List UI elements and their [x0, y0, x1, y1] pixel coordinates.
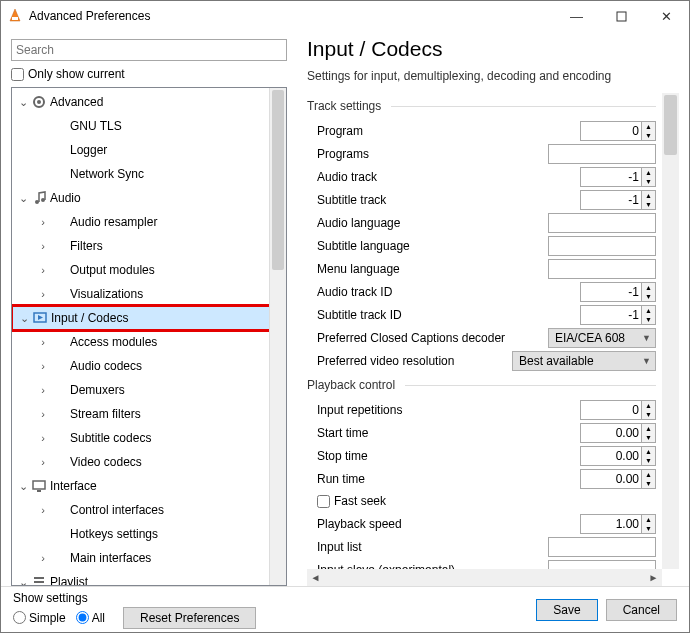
field-row: Preferred Closed Captions decoderEIA/CEA… [307, 326, 656, 349]
form-scrollbar-horizontal[interactable]: ◄► [307, 569, 662, 586]
number-input[interactable] [580, 469, 642, 489]
field-label: Audio track [307, 170, 546, 184]
tree-item[interactable]: ›Access modules [12, 330, 286, 354]
text-input[interactable] [548, 537, 656, 557]
spinner-buttons[interactable]: ▲▼ [642, 305, 656, 325]
chevron-right-icon[interactable]: › [36, 384, 50, 396]
radio-all[interactable]: All [76, 611, 105, 625]
tree-item[interactable]: ›Stream filters [12, 402, 286, 426]
number-input[interactable] [580, 167, 642, 187]
number-input[interactable] [580, 121, 642, 141]
chevron-down-icon[interactable]: ⌄ [17, 312, 31, 325]
tree-item[interactable]: ▸Network Sync [12, 162, 286, 186]
number-input[interactable] [580, 446, 642, 466]
chevron-right-icon[interactable]: › [36, 360, 50, 372]
combobox[interactable]: Best available▼ [512, 351, 656, 371]
chevron-right-icon[interactable]: › [36, 264, 50, 276]
spinner-buttons[interactable]: ▲▼ [642, 400, 656, 420]
combobox[interactable]: EIA/CEA 608▼ [548, 328, 656, 348]
only-show-current-checkbox[interactable] [11, 68, 24, 81]
tree-item[interactable]: ▸GNU TLS [12, 114, 286, 138]
preferences-tree[interactable]: ⌄Advanced▸GNU TLS▸Logger▸Network Sync⌄Au… [12, 88, 286, 586]
maximize-button[interactable] [599, 1, 644, 31]
svg-rect-1 [12, 17, 18, 20]
cancel-button[interactable]: Cancel [606, 599, 677, 621]
chevron-right-icon[interactable]: › [36, 408, 50, 420]
tree-item[interactable]: ›Control interfaces [12, 498, 286, 522]
chevron-right-icon[interactable]: › [36, 288, 50, 300]
text-input[interactable] [548, 144, 656, 164]
chevron-right-icon[interactable]: › [36, 504, 50, 516]
spinner-buttons[interactable]: ▲▼ [642, 121, 656, 141]
sidebar: Only show current ⌄Advanced▸GNU TLS▸Logg… [1, 31, 293, 586]
chevron-down-icon[interactable]: ⌄ [16, 192, 30, 205]
tree-item-label: Subtitle codecs [70, 431, 151, 445]
spinner-buttons[interactable]: ▲▼ [642, 190, 656, 210]
field-label: Subtitle track [307, 193, 546, 207]
tree-item-label: Audio [50, 191, 81, 205]
chevron-down-icon[interactable]: ⌄ [16, 576, 30, 587]
tree-item[interactable]: ›Output modules [12, 258, 286, 282]
tree-scrollbar[interactable] [269, 88, 286, 585]
tree-item[interactable]: ›Filters [12, 234, 286, 258]
number-input[interactable] [580, 190, 642, 210]
chevron-down-icon[interactable]: ⌄ [16, 96, 30, 109]
form-scrollbar-vertical[interactable] [662, 93, 679, 569]
tree-item-label: Stream filters [70, 407, 141, 421]
chevron-down-icon[interactable]: ⌄ [16, 480, 30, 493]
number-input[interactable] [580, 305, 642, 325]
save-button[interactable]: Save [536, 599, 597, 621]
tree-item-label: Advanced [50, 95, 103, 109]
tree-item[interactable]: ▸Hotkeys settings [12, 522, 286, 546]
tree-item[interactable]: ›Video codecs [12, 450, 286, 474]
close-button[interactable]: ✕ [644, 1, 689, 31]
radio-simple[interactable]: Simple [13, 611, 66, 625]
spinner-buttons[interactable]: ▲▼ [642, 167, 656, 187]
spinner-buttons[interactable]: ▲▼ [642, 282, 656, 302]
number-input[interactable] [580, 514, 642, 534]
number-input[interactable] [580, 423, 642, 443]
minimize-button[interactable]: — [554, 1, 599, 31]
reset-preferences-button[interactable]: Reset Preferences [123, 607, 256, 629]
tree-item[interactable]: ⌄Audio [12, 186, 286, 210]
tree-item[interactable]: ›Subtitle codecs [12, 426, 286, 450]
field-label: Stop time [307, 449, 546, 463]
tree-item[interactable]: ▸Logger [12, 138, 286, 162]
tree-item[interactable]: ›Main interfaces [12, 546, 286, 570]
spinner-buttons[interactable]: ▲▼ [642, 514, 656, 534]
field-row: Subtitle track▲▼ [307, 188, 656, 211]
number-input[interactable] [580, 400, 642, 420]
field-label: Preferred Closed Captions decoder [307, 331, 546, 345]
tree-item[interactable]: ⌄Playlist [12, 570, 286, 586]
only-show-current[interactable]: Only show current [11, 65, 287, 83]
tree-item[interactable]: ⌄Advanced [12, 90, 286, 114]
spinner-buttons[interactable]: ▲▼ [642, 423, 656, 443]
chevron-right-icon[interactable]: › [36, 552, 50, 564]
field-label: Preferred video resolution [307, 354, 510, 368]
chevron-right-icon[interactable]: › [36, 456, 50, 468]
text-input[interactable] [548, 259, 656, 279]
spinner-buttons[interactable]: ▲▼ [642, 469, 656, 489]
field-label: Run time [307, 472, 546, 486]
tree-item-label: Demuxers [70, 383, 125, 397]
checkbox[interactable] [317, 495, 330, 508]
chevron-right-icon[interactable]: › [36, 336, 50, 348]
tree-item[interactable]: ⌄Input / Codecs [12, 306, 286, 330]
number-input[interactable] [580, 282, 642, 302]
field-fast-seek[interactable]: Fast seek [307, 490, 656, 512]
field-row: Stop time▲▼ [307, 444, 656, 467]
tree-item[interactable]: ›Audio resampler [12, 210, 286, 234]
spinner-buttons[interactable]: ▲▼ [642, 446, 656, 466]
chevron-right-icon[interactable]: › [36, 432, 50, 444]
chevron-right-icon[interactable]: › [36, 216, 50, 228]
text-input[interactable] [548, 236, 656, 256]
tree-item[interactable]: ›Visualizations [12, 282, 286, 306]
tree-item[interactable]: ⌄Interface [12, 474, 286, 498]
tree-item[interactable]: ›Audio codecs [12, 354, 286, 378]
search-input[interactable] [11, 39, 287, 61]
tree-item[interactable]: ›Demuxers [12, 378, 286, 402]
field-label: Audio track ID [307, 285, 546, 299]
field-row: Audio track ID▲▼ [307, 280, 656, 303]
text-input[interactable] [548, 213, 656, 233]
chevron-right-icon[interactable]: › [36, 240, 50, 252]
